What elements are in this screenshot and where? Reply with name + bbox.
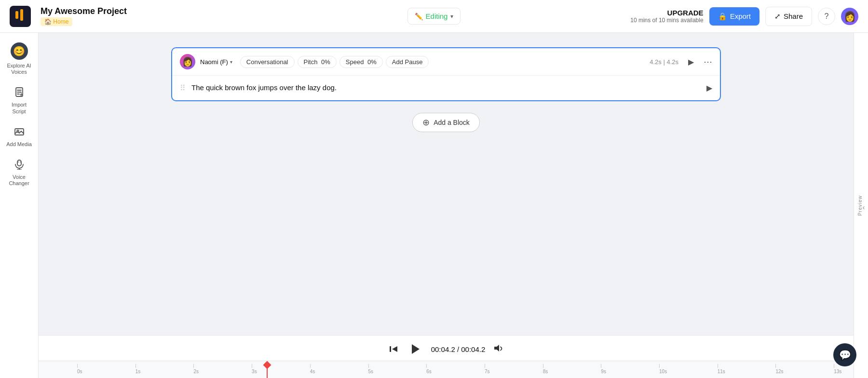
upgrade-info: UPGRADE 10 mins of 10 mins available	[630, 9, 703, 24]
ruler-mark: 9s	[601, 364, 659, 374]
block-header: 👩 Naomi (F) ▾ Conversational Pitch 0%	[172, 48, 720, 76]
playhead-line	[267, 368, 268, 378]
sidebar-item-voice-changer-label: Voice Changer	[5, 174, 33, 187]
volume-button[interactable]	[493, 343, 503, 356]
avatar[interactable]: 👩	[841, 8, 858, 25]
svg-marker-14	[392, 346, 397, 352]
sidebar: 😊 Explore AI Voices Import Script	[0, 33, 39, 378]
voice-chevron-icon: ▾	[230, 59, 232, 65]
svg-rect-1	[20, 9, 23, 21]
pitch-label: Pitch	[304, 58, 318, 66]
block-header-right: 4.2s | 4.2s ▶ ⋯	[650, 55, 712, 68]
add-block-button[interactable]: ⊕ Add a Block	[412, 113, 480, 132]
current-time-value: 00:04.2	[431, 345, 455, 353]
header-right: UPGRADE 10 mins of 10 mins available 🔒 E…	[575, 7, 858, 26]
add-media-icon	[14, 126, 25, 139]
import-script-icon	[14, 87, 25, 100]
tag-group: Conversational Pitch 0% Speed 0% Add Pau…	[240, 56, 429, 68]
preview-label: Preview	[857, 195, 863, 216]
voice-name: Naomi (F)	[200, 58, 228, 66]
header: My Awesome Project 🏠 Home ✏️ Editing ▾ U…	[0, 0, 868, 33]
logo-icon	[14, 8, 27, 25]
header-center: ✏️ Editing ▾	[293, 8, 576, 25]
chat-icon: 💬	[839, 349, 851, 361]
upgrade-label: UPGRADE	[630, 9, 703, 17]
add-pause-tag[interactable]: Add Pause	[386, 56, 429, 68]
sidebar-item-import-script-label: Import Script	[5, 102, 33, 114]
ruler-mark: 4s	[310, 364, 368, 374]
sidebar-item-add-media[interactable]: Add Media	[2, 122, 36, 152]
logo	[10, 6, 31, 27]
block-more-button[interactable]: ⋯	[704, 56, 712, 67]
drag-handle-icon[interactable]: ⠿	[180, 83, 186, 93]
editing-button[interactable]: ✏️ Editing ▾	[407, 8, 461, 25]
playhead[interactable]	[267, 361, 268, 378]
breadcrumb-home[interactable]: 🏠 Home	[41, 17, 72, 26]
sidebar-item-explore-ai-label: Explore AI Voices	[5, 63, 33, 75]
upgrade-sub: 10 mins of 10 mins available	[630, 17, 703, 24]
add-block-label: Add a Block	[434, 119, 470, 126]
share-icon: ⤢	[774, 12, 781, 21]
main: 👩 Naomi (F) ▾ Conversational Pitch 0%	[39, 33, 854, 378]
current-time: 00:04.2 / 00:04.2	[431, 345, 486, 353]
block-text[interactable]: The quick brown fox jumps over the lazy …	[191, 82, 701, 94]
timeline-bar: 00:04.2 / 00:04.2 0s1s2s3s4s5s6s7s8s9s10…	[39, 335, 854, 378]
voice-style-tag[interactable]: Conversational	[240, 56, 295, 68]
ruler-mark: 7s	[485, 364, 543, 374]
skip-back-button[interactable]	[389, 344, 398, 354]
play-button[interactable]	[406, 340, 423, 358]
speed-tag[interactable]: Speed 0%	[339, 56, 383, 68]
canvas: 👩 Naomi (F) ▾ Conversational Pitch 0%	[39, 33, 854, 335]
voice-changer-icon	[14, 159, 25, 172]
svg-rect-13	[390, 346, 391, 352]
chevron-down-icon: ▾	[450, 13, 453, 20]
editing-label: Editing	[426, 12, 448, 20]
export-button[interactable]: 🔒 Export	[709, 7, 760, 26]
sidebar-item-explore-ai[interactable]: 😊 Explore AI Voices	[2, 38, 36, 80]
add-block-icon: ⊕	[422, 117, 430, 128]
sidebar-item-import-script[interactable]: Import Script	[2, 82, 36, 119]
share-label: Share	[784, 12, 803, 20]
ruler-mark: 0s	[77, 364, 136, 374]
ruler-mark: 11s	[718, 364, 776, 374]
ruler-mark: 10s	[659, 364, 718, 374]
block-content: ⠿ The quick brown fox jumps over the laz…	[172, 76, 720, 100]
export-label: Export	[730, 12, 751, 20]
pitch-value: 0%	[321, 58, 330, 66]
preview-chevron-icon[interactable]: ‹	[863, 203, 865, 211]
share-button[interactable]: ⤢ Share	[765, 7, 812, 26]
block-play-button[interactable]: ▶	[684, 55, 698, 68]
ruler-mark: 3s	[252, 364, 310, 374]
chat-bubble[interactable]: 💬	[833, 343, 856, 366]
voice-selector[interactable]: Naomi (F) ▾	[200, 58, 232, 66]
breadcrumb: 🏠 Home	[41, 17, 127, 26]
help-button[interactable]: ?	[818, 8, 835, 25]
timeline-controls: 00:04.2 / 00:04.2	[39, 336, 854, 361]
ruler-mark: 2s	[193, 364, 252, 374]
pencil-icon: ✏️	[415, 13, 423, 20]
title-group: My Awesome Project 🏠 Home	[41, 6, 127, 26]
voice-avatar: 👩	[180, 54, 195, 69]
preview-panel: Preview ‹	[854, 33, 868, 378]
svg-rect-0	[15, 11, 18, 19]
project-title: My Awesome Project	[41, 6, 127, 16]
block-inline-play-button[interactable]: ▶	[706, 83, 712, 93]
block-duration: 4.2s | 4.2s	[650, 58, 678, 66]
avatar-image: 👩	[844, 11, 856, 22]
timeline-ruler[interactable]: 0s1s2s3s4s5s6s7s8s9s10s11s12s13s	[39, 361, 854, 378]
sidebar-item-add-media-label: Add Media	[6, 141, 32, 148]
ruler-mark: 1s	[136, 364, 194, 374]
total-time-value: 00:04.2	[461, 345, 485, 353]
pitch-tag[interactable]: Pitch 0%	[298, 56, 337, 68]
svg-rect-8	[17, 160, 21, 166]
speed-label: Speed	[346, 58, 364, 66]
svg-marker-16	[494, 345, 499, 351]
explore-ai-avatar: 😊	[11, 42, 28, 60]
question-icon: ?	[825, 12, 829, 21]
sidebar-item-voice-changer[interactable]: Voice Changer	[2, 154, 36, 191]
ruler-mark: 5s	[368, 364, 427, 374]
block-card: 👩 Naomi (F) ▾ Conversational Pitch 0%	[171, 47, 721, 101]
ruler-mark: 8s	[543, 364, 601, 374]
svg-marker-15	[412, 344, 420, 354]
ruler-mark: 6s	[426, 364, 485, 374]
